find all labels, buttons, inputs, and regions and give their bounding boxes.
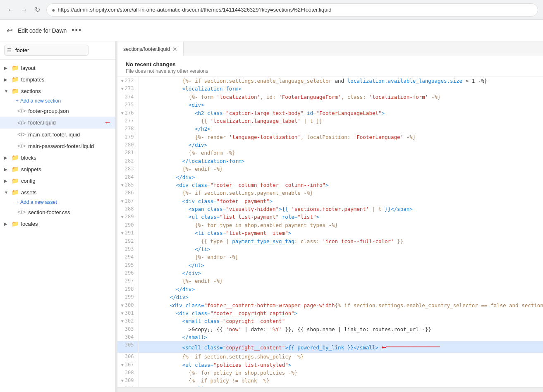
sidebar-tree: ▶ 📁 layout ▶ 📁 templates ▼ 📁 sections + … xyxy=(0,60,115,392)
line-number: ▼300 xyxy=(117,301,138,309)
line-number: 294 xyxy=(117,253,138,261)
sidebar-item-section-footer-css[interactable]: </> section-footer.css xyxy=(0,206,115,218)
fold-button[interactable]: ▼ xyxy=(120,110,125,117)
fold-button[interactable]: ▼ xyxy=(120,378,125,384)
forward-button[interactable]: → xyxy=(18,4,30,16)
line-number: 278 xyxy=(117,125,138,133)
chevron-icon: ▶ xyxy=(4,167,10,172)
table-row: ▼289 <ul class="list list-payment" role=… xyxy=(117,213,543,221)
table-row: ▼309 {%- if policy != blank -%} xyxy=(117,377,543,385)
tab-close-button[interactable]: ✕ xyxy=(172,46,177,52)
file-icon: </> xyxy=(17,209,26,215)
chevron-icon: ▶ xyxy=(4,222,10,226)
folder-icon: 📁 xyxy=(12,166,19,172)
sidebar-item-blocks[interactable]: ▶ 📁 blocks xyxy=(0,152,115,163)
line-content: <div class="footer__column footer__colum… xyxy=(138,181,543,189)
add-item-add-section[interactable]: + Add a new section xyxy=(0,97,115,105)
tree-item-label: assets xyxy=(21,189,111,196)
address-bar[interactable]: ● https://admin.shopify.com/store/all-in… xyxy=(46,3,538,17)
browser-bar: ← → ↻ ● https://admin.shopify.com/store/… xyxy=(0,0,543,20)
fold-button[interactable]: ▼ xyxy=(120,86,125,92)
sidebar-item-sections[interactable]: ▼ 📁 sections xyxy=(0,85,115,97)
line-content: {{ type | payment_type_svg_tag: class: '… xyxy=(138,237,543,245)
arrow-indicator: ← xyxy=(104,118,111,127)
sidebar-item-config[interactable]: ▶ 📁 config xyxy=(0,175,115,186)
folder-icon: 📁 xyxy=(12,76,19,83)
sidebar-item-footer-group[interactable]: </> footer-group.json xyxy=(0,105,115,117)
tree-item-label: layout xyxy=(21,65,111,71)
line-content: <div class="footer__content-bottom-wrapp… xyxy=(138,301,543,309)
line-number: ▼276 xyxy=(117,109,138,117)
sidebar-item-layout[interactable]: ▶ 📁 layout xyxy=(0,62,115,74)
chevron-icon: ▶ xyxy=(4,179,10,183)
table-row: 303 >&copy;; {{ 'now' | date: '%Y' }}, {… xyxy=(117,325,543,333)
no-changes-label: No recent changes xyxy=(126,61,535,67)
table-row: 288 <span class="visually-hidden">{{ 'se… xyxy=(117,205,543,213)
sidebar-item-snippets[interactable]: ▶ 📁 snippets xyxy=(0,163,115,175)
line-content: <h2 class="caption-large text-body" id="… xyxy=(138,109,543,117)
tab-footer-liquid[interactable]: sections/footer.liquid ✕ xyxy=(117,41,184,56)
fold-button[interactable]: ▼ xyxy=(120,214,125,220)
sidebar-item-locales[interactable]: ▶ 📁 locales xyxy=(0,218,115,229)
file-icon: </> xyxy=(17,143,26,149)
table-row: 304 </small> xyxy=(117,333,543,341)
main-layout: ▶ 📁 layout ▶ 📁 templates ▼ 📁 sections + … xyxy=(0,41,543,392)
fold-button[interactable]: ▼ xyxy=(120,230,125,237)
fold-button[interactable]: ▼ xyxy=(120,182,125,189)
sidebar-item-assets[interactable]: ▼ 📁 assets xyxy=(0,186,115,198)
sidebar-item-templates[interactable]: ▶ 📁 templates xyxy=(0,74,115,85)
folder-icon: 📁 xyxy=(12,177,19,184)
fold-button[interactable]: ▼ xyxy=(120,310,125,317)
line-number: 281 xyxy=(117,149,138,157)
line-content: {%- if section.settings.enable_language_… xyxy=(138,77,543,85)
line-number: 290 xyxy=(117,221,138,229)
line-content: <li> xyxy=(138,385,543,387)
tree-item-label: snippets xyxy=(21,166,111,172)
table-row: 290 {%- for type in shop.enabled_payment… xyxy=(117,221,543,229)
line-number: ▼273 xyxy=(117,85,138,93)
bottom-scrollbar[interactable] xyxy=(117,387,543,392)
search-input[interactable] xyxy=(4,45,89,56)
table-row: 292 {{ type | payment_type_svg_tag: clas… xyxy=(117,237,543,245)
line-content: {{ 'localization.language_label' | t }} xyxy=(138,117,543,125)
sidebar-item-main-password-footer[interactable]: </> main-password-footer.liquid xyxy=(0,140,115,152)
table-row: 286 {%- if section.settings.payment_enab… xyxy=(117,189,543,197)
table-row: ▼301 <div class="footer__copyright capti… xyxy=(117,309,543,317)
line-number: 305 xyxy=(117,341,138,353)
line-content: </div> xyxy=(138,293,543,301)
code-table: ▼272 {%- if section.settings.enable_lang… xyxy=(117,77,543,387)
line-number: 279 xyxy=(117,133,138,141)
back-to-store-icon[interactable]: ↩ xyxy=(7,26,13,35)
fold-button[interactable]: ▼ xyxy=(120,386,125,387)
more-menu-button[interactable]: ••• xyxy=(72,26,82,35)
table-row: 275 <div> xyxy=(117,101,543,109)
line-number: 275 xyxy=(117,101,138,109)
line-content: {%- endfor -%} xyxy=(138,253,543,261)
fold-button[interactable]: ▼ xyxy=(120,318,125,325)
line-number: 293 xyxy=(117,245,138,253)
fold-button[interactable]: ▼ xyxy=(120,78,125,84)
line-content: <localization-form> xyxy=(138,85,543,93)
line-content: </div> xyxy=(138,173,543,181)
fold-button[interactable]: ▼ xyxy=(120,302,125,309)
reload-button[interactable]: ↻ xyxy=(31,4,43,16)
line-content: <small class="copyright__content">{{ pow… xyxy=(138,341,543,353)
table-row: ▼273 <localization-form> xyxy=(117,85,543,93)
file-icon: </> xyxy=(17,120,26,126)
table-row: 283 {%- endif -%} xyxy=(117,165,543,173)
line-content: {%- if section.settings.show_policy -%} xyxy=(138,353,543,361)
sidebar-item-footer-liquid[interactable]: </> footer.liquid 🗑 ✎ ← xyxy=(0,117,115,129)
table-row: 308 {%- for policy in shop.policies -%} xyxy=(117,369,543,377)
folder-icon: 📁 xyxy=(12,220,19,227)
fold-button[interactable]: ▼ xyxy=(120,362,125,368)
table-row: ▼272 {%- if section.settings.enable_lang… xyxy=(117,77,543,85)
fold-button[interactable]: ▼ xyxy=(120,198,125,205)
line-content: </small> xyxy=(138,333,543,341)
sidebar-item-main-cart-footer[interactable]: </> main-cart-footer.liquid xyxy=(0,129,115,140)
line-content: <div class="footer__payment"> xyxy=(138,197,543,205)
back-button[interactable]: ← xyxy=(5,4,17,16)
add-item-add-asset[interactable]: + Add a new asset xyxy=(0,198,115,206)
line-number: ▼289 xyxy=(117,213,138,221)
tree-item-label: config xyxy=(21,178,111,184)
code-editor[interactable]: ▼272 {%- if section.settings.enable_lang… xyxy=(117,77,543,387)
